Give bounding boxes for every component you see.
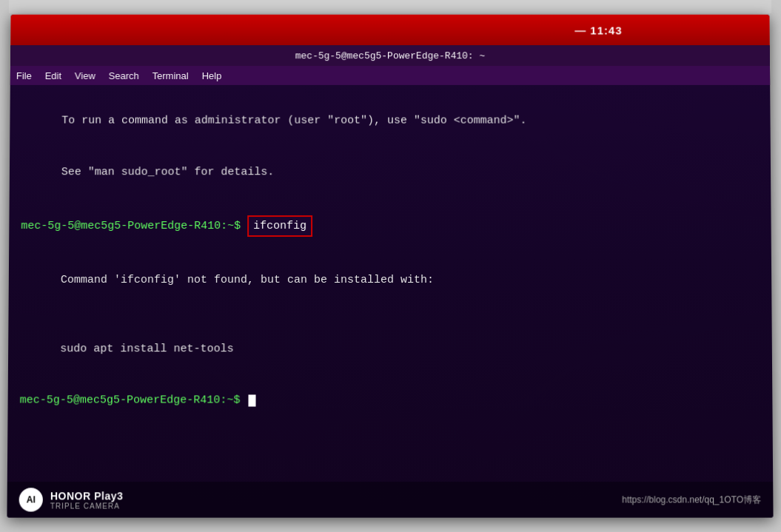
title-bar: mec-5g-5@mec5g5-PowerEdge-R410: ~: [10, 45, 770, 66]
menu-edit[interactable]: Edit: [45, 70, 61, 81]
menu-terminal[interactable]: Terminal: [152, 70, 189, 81]
cursor-blink: [249, 394, 256, 406]
bottom-bar: AI HONOR Play3 TRIPLE CAMERA https://blo…: [7, 482, 773, 517]
honor-text-block: HONOR Play3 TRIPLE CAMERA: [50, 490, 124, 510]
menu-file[interactable]: File: [16, 70, 32, 81]
command-ifconfig: ifconfig: [247, 215, 312, 237]
watermark-url: https://blog.csdn.net/qq_1OTO博客: [622, 494, 761, 506]
menu-bar: File Edit View Search Terminal Help: [10, 66, 770, 85]
terminal-header: — 11:43: [10, 15, 770, 46]
logo-text: AI: [27, 494, 36, 505]
sudo-warning-line1: To run a command as administrator (user …: [21, 95, 759, 147]
system-time: — 11:43: [574, 24, 622, 36]
command-line-ifconfig: mec-5g-5@mec5g5-PowerEdge-R410:~$ ifconf…: [21, 215, 759, 237]
terminal-title: mec-5g-5@mec5g5-PowerEdge-R410: ~: [295, 50, 485, 61]
empty-line-1: [21, 198, 759, 215]
menu-view[interactable]: View: [75, 70, 95, 81]
empty-line-4: [20, 374, 760, 391]
prompt-text: mec-5g-5@mec5g5-PowerEdge-R410:~$: [21, 218, 247, 235]
menu-help[interactable]: Help: [202, 70, 222, 81]
honor-branding: AI HONOR Play3 TRIPLE CAMERA: [19, 488, 124, 511]
terminal-window: — 11:43 mec-5g-5@mec5g5-PowerEdge-R410: …: [7, 15, 773, 518]
current-prompt: mec-5g-5@mec5g5-PowerEdge-R410:~$: [20, 392, 761, 409]
camera-label: TRIPLE CAMERA: [50, 502, 124, 510]
not-found-line: Command 'ifconfig' not found, but can be…: [21, 254, 760, 306]
install-suggestion: sudo apt install net-tools: [20, 323, 760, 374]
honor-logo: AI: [19, 488, 43, 511]
terminal-body: To run a command as administrator (user …: [7, 85, 773, 518]
menu-search[interactable]: Search: [109, 70, 139, 81]
device-name: HONOR Play3: [50, 490, 124, 502]
current-prompt-text: mec-5g-5@mec5g5-PowerEdge-R410:~$: [20, 392, 247, 409]
sudo-warning-line2: See "man sudo_root" for details.: [21, 147, 760, 198]
empty-line-2: [21, 237, 760, 254]
empty-line-3: [20, 306, 760, 323]
